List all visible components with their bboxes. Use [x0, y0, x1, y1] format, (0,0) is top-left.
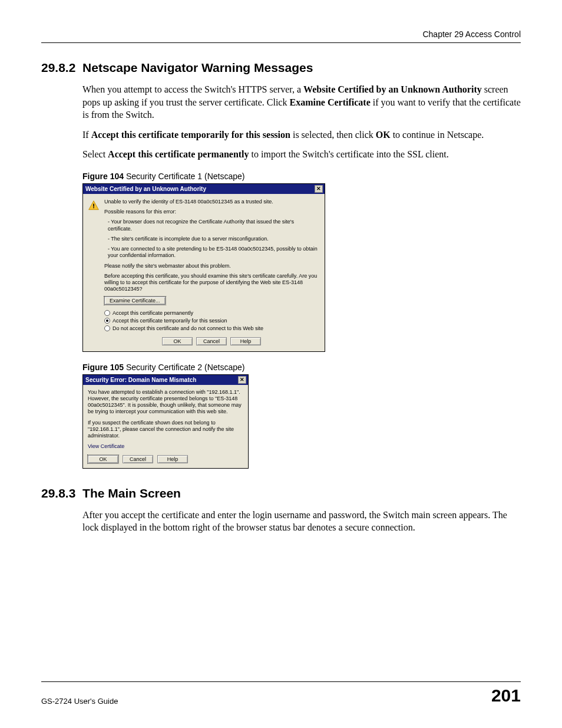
figure-number: Figure 104: [82, 172, 124, 181]
dialog-text: - Your browser does not recognize the Ce…: [108, 219, 319, 232]
footer-guide-name: GS-2724 User's Guide: [41, 697, 118, 706]
close-icon[interactable]: ✕: [315, 185, 323, 193]
dialog-text: - The site's certificate is incomplete d…: [108, 236, 319, 242]
dialog-text: Before accepting this certificate, you s…: [104, 273, 319, 293]
bold-text: Examine Certificate: [289, 97, 370, 107]
ok-button[interactable]: OK: [162, 337, 193, 345]
ok-button[interactable]: OK: [88, 455, 118, 463]
radio-icon: [104, 318, 110, 324]
figure-caption-104: Figure 104 Security Certificate 1 (Netsc…: [82, 172, 521, 181]
section-heading-2983: 29.8.3 The Main Screen: [41, 486, 521, 500]
netscape-dialog-2: Security Error: Domain Name Mismatch ✕ Y…: [82, 374, 249, 469]
help-button[interactable]: Help: [230, 337, 261, 345]
radio-do-not-accept[interactable]: Do not accept this certificate and do no…: [104, 325, 319, 331]
paragraph: After you accept the certificate and ent…: [82, 509, 521, 534]
section-number: 29.8.3: [41, 486, 75, 500]
radio-label: Do not accept this certificate and do no…: [113, 325, 263, 331]
radio-icon: [104, 310, 110, 316]
radio-label: Accept this certificate permanently: [113, 310, 193, 316]
figure-number: Figure 105: [82, 363, 124, 372]
view-certificate-link[interactable]: View Certificate: [88, 443, 124, 449]
dialog-text: If you suspect the certificate shown doe…: [88, 420, 243, 440]
cancel-button[interactable]: Cancel: [196, 337, 227, 345]
dialog-text: Unable to verify the identity of ES-3148…: [104, 199, 319, 205]
svg-rect-1: [93, 204, 94, 207]
dialog-text: Possible reasons for this error:: [104, 209, 319, 215]
warning-icon: [88, 200, 100, 212]
header-rule: [41, 42, 521, 43]
dialog-text: - You are connected to a site pretending…: [108, 246, 319, 259]
bold-text: OK: [376, 130, 391, 140]
examine-certificate-button[interactable]: Examine Certificate...: [104, 297, 166, 305]
paragraph: If Accept this certificate temporarily f…: [82, 129, 521, 141]
figure-title: Security Certificate 1 (Netscape): [124, 172, 244, 181]
section-title: The Main Screen: [82, 486, 181, 500]
cancel-button[interactable]: Cancel: [123, 455, 153, 463]
dialog-text: You have attempted to establish a connec…: [88, 389, 243, 416]
bold-text: Website Certified by an Unknown Authorit…: [303, 84, 482, 94]
bold-text: Accept this certificate permanently: [108, 149, 249, 159]
page-footer: GS-2724 User's Guide 201: [41, 681, 521, 706]
section-heading-2982: 29.8.2 Netscape Navigator Warning Messag…: [41, 61, 521, 75]
text: to import the Switch's certificate into …: [249, 149, 449, 159]
figure-caption-105: Figure 105 Security Certificate 2 (Netsc…: [82, 363, 521, 372]
netscape-dialog-1: Website Certified by an Unknown Authorit…: [82, 183, 325, 352]
page-number: 201: [491, 686, 521, 706]
figure-title: Security Certificate 2 (Netscape): [124, 363, 244, 372]
help-button[interactable]: Help: [157, 455, 188, 463]
chapter-header: Chapter 29 Access Control: [41, 29, 521, 39]
dialog-titlebar: Website Certified by an Unknown Authorit…: [83, 184, 325, 194]
text: Select: [82, 149, 108, 159]
close-icon[interactable]: ✕: [238, 376, 246, 384]
paragraph: When you attempt to access the Switch's …: [82, 83, 521, 121]
radio-accept-permanently[interactable]: Accept this certificate permanently: [104, 310, 319, 316]
dialog-text: Please notify the site's webmaster about…: [104, 263, 319, 269]
bold-text: Accept this certificate temporarily for …: [91, 130, 290, 140]
paragraph: Select Accept this certificate permanent…: [82, 148, 521, 161]
text: When you attempt to access the Switch's …: [82, 84, 303, 94]
radio-icon: [104, 325, 110, 331]
dialog-titlebar: Security Error: Domain Name Mismatch ✕: [83, 375, 248, 385]
radio-label: Accept this certificate temporarily for …: [113, 318, 227, 324]
radio-accept-temporarily[interactable]: Accept this certificate temporarily for …: [104, 318, 319, 324]
section-title: Netscape Navigator Warning Messages: [82, 61, 313, 74]
text: to continue in Netscape.: [391, 130, 484, 140]
dialog-title: Security Error: Domain Name Mismatch: [85, 377, 196, 383]
dialog-title: Website Certified by an Unknown Authorit…: [85, 186, 206, 192]
section-number: 29.8.2: [41, 61, 75, 74]
footer-rule: [41, 681, 521, 682]
svg-rect-2: [93, 207, 94, 208]
text: is selected, then click: [290, 130, 376, 140]
text: If: [82, 130, 91, 140]
